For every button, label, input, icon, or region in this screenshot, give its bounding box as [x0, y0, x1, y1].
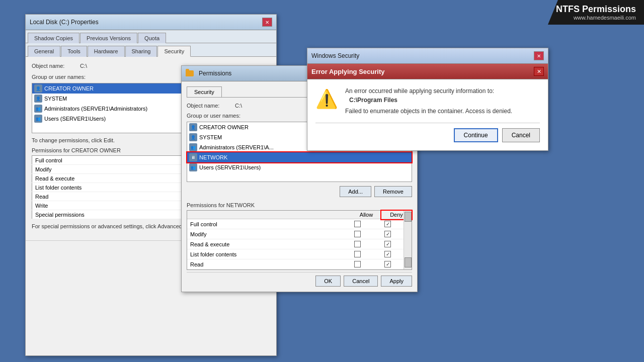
cb-perms-deny-list[interactable] [384, 251, 391, 257]
perms-name-admins: Administrators (SERVER1\A... [199, 144, 274, 150]
local-disk-close-btn[interactable]: ✕ [262, 18, 272, 27]
perms-table: Allow Deny Full control Modify [187, 211, 412, 269]
perms-cell-list-name: List folder contents [187, 249, 351, 259]
perms-table-header: Allow Deny [187, 211, 412, 219]
perms-user-network[interactable]: 🖥 NETWORK [187, 152, 412, 162]
error-buttons: Continue Cancel [315, 123, 540, 142]
cb-perms-allow-full[interactable] [354, 221, 361, 227]
perms-object-label: Object name: [187, 103, 232, 109]
perms-row-full: Full control [187, 219, 412, 229]
perms-icon-network: 🖥 [189, 153, 197, 161]
perms-icon-creator: 👤 [189, 123, 197, 131]
perms-cell-full-name: Full control [187, 219, 351, 229]
error-path: C:\Program Files [345, 97, 540, 104]
user-icon-creator: 👤 [34, 84, 42, 93]
tab-hardware[interactable]: Hardware [88, 46, 125, 57]
cancel-btn[interactable]: Cancel [344, 276, 378, 287]
tab-general[interactable]: General [28, 46, 60, 57]
user-icon-admins: 👥 [34, 105, 42, 113]
remove-btn[interactable]: Remove [374, 186, 412, 197]
perms-cell-full-allow [351, 219, 381, 229]
perms-row-modify: Modify [187, 229, 412, 239]
object-name-label: Object name: [32, 63, 77, 69]
local-disk-tab-bar-1: Shadow Copies Previous Versions Quota [26, 30, 276, 43]
ntfs-title: NTFS Permissions [556, 4, 636, 15]
perms-security-tab[interactable]: Security [187, 86, 222, 97]
tab-shadow-copies[interactable]: Shadow Copies [28, 33, 79, 43]
perms-footer: OK Cancel Apply [187, 272, 412, 287]
error-line1: An error occurred while applying securit… [345, 87, 540, 95]
error-text-block: An error occurred while applying securit… [345, 87, 540, 115]
perms-name-users: Users (SERVER1\Users) [199, 164, 261, 170]
ntfs-banner: NTFS Permissions www.hamedesmaeili.com [548, 0, 644, 25]
perms-icon-system: 👤 [189, 133, 197, 141]
cb-perms-allow-re[interactable] [354, 241, 361, 247]
tab-tools[interactable]: Tools [61, 46, 87, 57]
perms-name-creator: CREATOR OWNER [199, 124, 249, 130]
tab-previous-versions[interactable]: Previous Versions [80, 33, 137, 43]
perms-scrollbar[interactable] [404, 211, 412, 269]
windows-security-window: Windows Security ✕ Error Applying Securi… [307, 48, 548, 151]
permissions-title: Permissions [199, 70, 231, 77]
error-desc: Failed to enumerate objects in the conta… [345, 108, 540, 115]
cb-perms-allow-list[interactable] [354, 251, 361, 257]
perms-cell-modify-name: Modify [187, 229, 351, 239]
perms-object-value: C:\ [235, 103, 242, 109]
error-window: Error Applying Security ✕ ⚠️ An error oc… [307, 64, 548, 150]
local-disk-controls: ✕ [262, 18, 272, 27]
perms-icon-admins: 👥 [189, 143, 197, 151]
tab-security[interactable]: Security [157, 46, 191, 57]
perms-table-wrapper: Allow Deny Full control Modify [187, 210, 412, 270]
perms-row-read: Read [187, 259, 412, 269]
user-icon-users: 👥 [34, 115, 42, 123]
user-name-creator: CREATOR OWNER [44, 85, 94, 92]
error-close-btn[interactable]: ✕ [534, 67, 544, 76]
error-content: ⚠️ An error occurred while applying secu… [307, 79, 548, 150]
local-disk-tab-bar-2: General Tools Hardware Sharing Security [26, 43, 276, 57]
tab-sharing[interactable]: Sharing [125, 46, 157, 57]
perms-cell-modify-allow [351, 229, 381, 239]
add-btn[interactable]: Add... [340, 186, 371, 197]
cb-perms-deny-modify[interactable] [384, 231, 391, 237]
perms-col-name [187, 211, 351, 219]
ntfs-url: www.hamedesmaeili.com [556, 15, 636, 21]
user-name-users: Users (SERVER1\Users) [44, 116, 106, 122]
perms-name-system: SYSTEM [199, 134, 222, 140]
perms-for-label: Permissions for NETWORK [187, 202, 412, 208]
error-title: Error Applying Security [311, 68, 384, 75]
cb-perms-deny-re[interactable] [384, 241, 391, 247]
folder-icon [186, 70, 194, 76]
perms-row-list: List folder contents [187, 249, 412, 259]
error-titlebar: Error Applying Security ✕ [307, 64, 548, 79]
perms-row-re: Read & execute [187, 239, 412, 249]
error-body: ⚠️ An error occurred while applying secu… [315, 87, 540, 115]
ws-close-btn[interactable]: ✕ [534, 51, 544, 60]
perms-user-users[interactable]: 👥 Users (SERVER1\Users) [187, 162, 412, 172]
user-name-admins: Administrators (SERVER1\Administrators) [44, 106, 147, 112]
cb-perms-deny-full[interactable] [384, 221, 391, 227]
perms-icon-users: 👥 [189, 163, 197, 171]
user-icon-system: 👤 [34, 95, 42, 103]
ok-btn[interactable]: OK [315, 276, 341, 287]
add-remove-row: Add... Remove [187, 186, 412, 197]
ws-controls: ✕ [534, 51, 544, 60]
perms-cell-re-allow [351, 239, 381, 249]
ws-titlebar: Windows Security ✕ [307, 48, 548, 64]
local-disk-title: Local Disk (C:) Properties [30, 19, 99, 26]
cb-perms-allow-modify[interactable] [354, 231, 361, 237]
warning-icon: ⚠️ [315, 88, 338, 110]
ws-title: Windows Security [311, 52, 359, 59]
perms-name-network: NETWORK [199, 154, 227, 160]
apply-btn[interactable]: Apply [381, 276, 412, 287]
cb-perms-allow-read[interactable] [354, 261, 361, 267]
perms-cell-read-name: Read [187, 259, 351, 269]
cancel-error-button[interactable]: Cancel [502, 128, 540, 142]
tab-quota[interactable]: Quota [138, 33, 166, 43]
cb-perms-deny-read[interactable] [384, 261, 391, 267]
user-name-system: SYSTEM [44, 96, 67, 102]
continue-button[interactable]: Continue [454, 128, 498, 142]
object-name-value: C:\ [80, 63, 87, 69]
local-disk-titlebar: Local Disk (C:) Properties ✕ [26, 15, 276, 30]
perms-cell-list-allow [351, 249, 381, 259]
perms-cell-read-allow [351, 259, 381, 269]
